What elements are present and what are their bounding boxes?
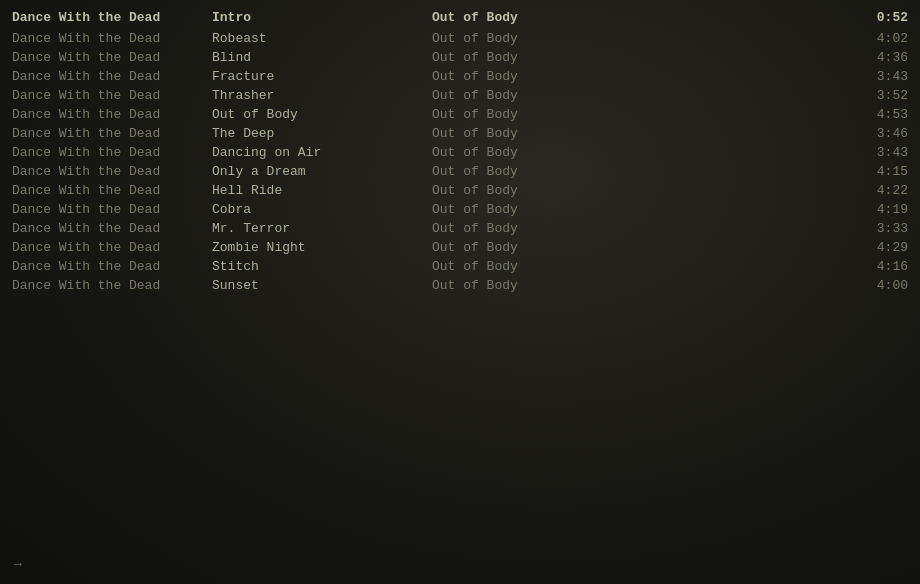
track-album: Out of Body bbox=[432, 202, 848, 217]
header-duration: 0:52 bbox=[848, 10, 908, 25]
header-artist: Dance With the Dead bbox=[12, 10, 212, 25]
track-artist: Dance With the Dead bbox=[12, 164, 212, 179]
header-album: Out of Body bbox=[432, 10, 848, 25]
track-row[interactable]: Dance With the DeadDancing on AirOut of … bbox=[0, 143, 920, 162]
track-title: Out of Body bbox=[212, 107, 432, 122]
track-title: Cobra bbox=[212, 202, 432, 217]
track-artist: Dance With the Dead bbox=[12, 221, 212, 236]
track-title: Sunset bbox=[212, 278, 432, 293]
track-album: Out of Body bbox=[432, 50, 848, 65]
track-artist: Dance With the Dead bbox=[12, 88, 212, 103]
track-list: Dance With the Dead Intro Out of Body 0:… bbox=[0, 0, 920, 303]
track-title: Robeast bbox=[212, 31, 432, 46]
track-title: Blind bbox=[212, 50, 432, 65]
track-row[interactable]: Dance With the DeadStitchOut of Body4:16 bbox=[0, 257, 920, 276]
track-duration: 4:16 bbox=[848, 259, 908, 274]
track-row[interactable]: Dance With the DeadSunsetOut of Body4:00 bbox=[0, 276, 920, 295]
header-title: Intro bbox=[212, 10, 432, 25]
track-duration: 4:53 bbox=[848, 107, 908, 122]
track-title: Stitch bbox=[212, 259, 432, 274]
track-album: Out of Body bbox=[432, 126, 848, 141]
track-album: Out of Body bbox=[432, 183, 848, 198]
bottom-arrow: → bbox=[14, 557, 22, 572]
track-row[interactable]: Dance With the DeadFractureOut of Body3:… bbox=[0, 67, 920, 86]
track-artist: Dance With the Dead bbox=[12, 50, 212, 65]
track-duration: 4:02 bbox=[848, 31, 908, 46]
track-artist: Dance With the Dead bbox=[12, 202, 212, 217]
track-title: Mr. Terror bbox=[212, 221, 432, 236]
track-list-header: Dance With the Dead Intro Out of Body 0:… bbox=[0, 8, 920, 27]
track-title: Dancing on Air bbox=[212, 145, 432, 160]
track-duration: 3:46 bbox=[848, 126, 908, 141]
track-album: Out of Body bbox=[432, 107, 848, 122]
track-title: Hell Ride bbox=[212, 183, 432, 198]
track-duration: 4:15 bbox=[848, 164, 908, 179]
track-album: Out of Body bbox=[432, 259, 848, 274]
track-album: Out of Body bbox=[432, 88, 848, 103]
track-duration: 4:00 bbox=[848, 278, 908, 293]
track-artist: Dance With the Dead bbox=[12, 107, 212, 122]
track-artist: Dance With the Dead bbox=[12, 183, 212, 198]
track-row[interactable]: Dance With the DeadOnly a DreamOut of Bo… bbox=[0, 162, 920, 181]
track-row[interactable]: Dance With the DeadBlindOut of Body4:36 bbox=[0, 48, 920, 67]
track-artist: Dance With the Dead bbox=[12, 126, 212, 141]
track-artist: Dance With the Dead bbox=[12, 69, 212, 84]
track-row[interactable]: Dance With the DeadZombie NightOut of Bo… bbox=[0, 238, 920, 257]
track-duration: 3:43 bbox=[848, 69, 908, 84]
track-row[interactable]: Dance With the DeadThe DeepOut of Body3:… bbox=[0, 124, 920, 143]
track-row[interactable]: Dance With the DeadRobeastOut of Body4:0… bbox=[0, 29, 920, 48]
track-duration: 4:29 bbox=[848, 240, 908, 255]
track-artist: Dance With the Dead bbox=[12, 145, 212, 160]
track-row[interactable]: Dance With the DeadThrasherOut of Body3:… bbox=[0, 86, 920, 105]
track-album: Out of Body bbox=[432, 278, 848, 293]
track-artist: Dance With the Dead bbox=[12, 278, 212, 293]
track-album: Out of Body bbox=[432, 221, 848, 236]
track-duration: 4:19 bbox=[848, 202, 908, 217]
track-artist: Dance With the Dead bbox=[12, 259, 212, 274]
track-title: Fracture bbox=[212, 69, 432, 84]
track-duration: 3:52 bbox=[848, 88, 908, 103]
track-duration: 4:22 bbox=[848, 183, 908, 198]
track-album: Out of Body bbox=[432, 31, 848, 46]
track-duration: 3:33 bbox=[848, 221, 908, 236]
track-row[interactable]: Dance With the DeadCobraOut of Body4:19 bbox=[0, 200, 920, 219]
track-artist: Dance With the Dead bbox=[12, 31, 212, 46]
track-title: Only a Dream bbox=[212, 164, 432, 179]
track-duration: 4:36 bbox=[848, 50, 908, 65]
track-artist: Dance With the Dead bbox=[12, 240, 212, 255]
track-album: Out of Body bbox=[432, 164, 848, 179]
track-title: Thrasher bbox=[212, 88, 432, 103]
track-row[interactable]: Dance With the DeadOut of BodyOut of Bod… bbox=[0, 105, 920, 124]
track-row[interactable]: Dance With the DeadHell RideOut of Body4… bbox=[0, 181, 920, 200]
track-row[interactable]: Dance With the DeadMr. TerrorOut of Body… bbox=[0, 219, 920, 238]
track-album: Out of Body bbox=[432, 145, 848, 160]
track-album: Out of Body bbox=[432, 240, 848, 255]
track-title: The Deep bbox=[212, 126, 432, 141]
track-duration: 3:43 bbox=[848, 145, 908, 160]
track-album: Out of Body bbox=[432, 69, 848, 84]
track-title: Zombie Night bbox=[212, 240, 432, 255]
